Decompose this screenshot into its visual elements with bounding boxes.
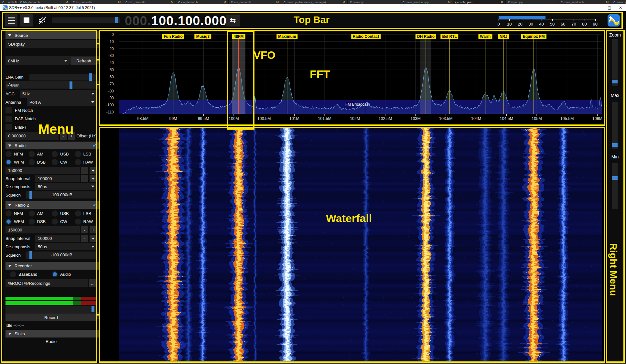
radio-section-header[interactable]: Radio ✔ [5,142,99,149]
r2-squelch-slider[interactable]: -100.000dB [26,252,97,259]
snap-plus-button[interactable]: + [90,175,97,182]
editor-tab-core-cpp[interactable]: Ccore.cpp [348,0,400,4]
max-slider-handle[interactable] [612,143,618,147]
mute-button[interactable] [36,14,49,27]
editor-tab-fm-demod-h[interactable]: Cfm_demod.hM [70,0,123,4]
editor-tab-am-demod-h[interactable]: Cam_demod.hM [229,0,281,4]
r2-mode-lsb[interactable]: LSB [75,210,97,217]
radio-enabled-check[interactable]: ✔ [92,143,97,148]
r2-snap-input[interactable]: 100000 [35,235,80,242]
menu-toggle-button[interactable] [5,14,17,27]
station-label-dh-radio[interactable]: DH Radio [416,34,436,39]
r2-mode-usb[interactable]: USB [52,210,74,217]
squelch-slider[interactable]: -100.000dB [26,191,97,198]
station-label-bel-rtl[interactable]: Bel RTL [440,34,458,39]
zoom-slider[interactable] [612,39,618,86]
recordings-path-input[interactable]: %ROOT%/Recordings [5,279,88,287]
r2-mode-wfm[interactable]: WFM [5,219,27,225]
bw-minus-button[interactable]: - [81,167,88,174]
station-label-nrj[interactable]: NRJ [498,34,509,39]
snap-minus-button[interactable]: - [81,175,88,182]
refresh-button[interactable]: Refresh [71,57,97,65]
if-gain-slider[interactable] [29,82,97,89]
editor-tab-style-cpp[interactable]: Cstyle.cpp [506,0,558,4]
editor-tab-main-window-h[interactable]: Cmain_window.hM [558,0,611,4]
frequency-display[interactable]: 000.100.100.000 [125,14,227,28]
zoom-slider-handle[interactable] [612,80,618,83]
station-label-maximum[interactable]: Maximum [276,34,297,39]
mode-lsb[interactable]: LSB [75,151,97,157]
station-label-musiq3[interactable]: Musiq3 [195,34,211,39]
vfo2-band[interactable] [420,35,431,114]
radio2-enabled-check[interactable]: ✔ [92,202,97,208]
lna-gain-handle[interactable] [89,73,92,81]
r2-mode-dsb[interactable]: DSB [29,219,51,225]
offset-plus-button[interactable]: + [68,132,75,140]
station-label-equinox-fm[interactable]: Equinox FM [521,34,546,39]
fm-notch-checkbox[interactable] [5,107,12,113]
record-button[interactable]: Record [5,314,97,321]
bandwidth-dropdown[interactable]: 8MHz [5,57,70,65]
snap-input[interactable]: 100000 [35,175,80,182]
mode-raw[interactable]: RAW [75,159,97,165]
fft-plot[interactable] [100,30,605,126]
station-label-fun-radio[interactable]: Fun Radio [162,34,184,39]
recorder-volume-slider[interactable] [5,306,97,312]
min-slider[interactable] [612,163,618,209]
swap-vfo-button[interactable]: ⇆ [226,15,240,27]
antenna-dropdown[interactable]: Port A [27,98,97,106]
browse-button[interactable]: ... [89,279,97,287]
editor-tab-main-window-cpp[interactable]: Cmain_window.cppM [400,0,453,4]
sdrpp-logo-button[interactable] [607,14,620,27]
source-section-header[interactable]: Source [5,31,99,39]
mode-cw[interactable]: CW [52,159,74,165]
bias-t-checkbox[interactable] [5,124,12,130]
r2-bw-minus-button[interactable]: - [81,226,88,233]
r2-snap-minus-button[interactable]: - [81,235,88,242]
editor-tab-cw-demod-h[interactable]: Ccw_demod.hM [176,0,229,4]
bw-plus-button[interactable]: + [90,167,97,174]
r2-mode-raw[interactable]: RAW [75,219,97,225]
dab-notch-checkbox[interactable] [5,116,12,122]
editor-tab-dsb-demod-h[interactable]: Cdsb_demod.hM [123,0,176,4]
r2-deemphasis-dropdown[interactable]: 50µs [35,243,97,250]
volume-slider-handle[interactable] [115,17,118,23]
volume-slider[interactable] [52,17,120,23]
minimize-button[interactable]: – [593,4,604,11]
editor-tab-config-json[interactable]: {}config.json✕ [453,0,506,4]
r2-mode-nfm[interactable]: NFM [5,210,27,217]
mode-am[interactable]: AM [29,151,51,157]
sinks-section-header[interactable]: Sinks [5,330,99,337]
editor-tab-main-cpp-frequency-manager-[interactable]: Cmain.cpp frequency_manager(…M [281,0,348,4]
r2-bw-plus-button[interactable]: + [90,226,97,233]
recorder-volume-handle[interactable] [92,306,94,312]
tab-close-icon[interactable]: ✕ [501,1,503,4]
mode-dsb[interactable]: DSB [29,159,51,165]
deemphasis-dropdown[interactable]: 50µs [35,183,97,190]
max-slider[interactable] [612,102,618,149]
mode-wfm[interactable]: WFM [5,159,27,165]
r2-mode-am[interactable]: AM [29,210,51,217]
agc-dropdown[interactable]: 5Hz [20,90,97,98]
station-label-warm[interactable]: Warm [478,34,492,39]
r2-bandwidth-input[interactable]: 150000 [5,226,80,233]
if-gain-handle[interactable] [70,81,72,89]
editor-tab-main-cpp-radio-[interactable]: Cmain.cpp radio(…M [611,0,626,4]
mode-usb[interactable]: USB [52,151,74,157]
editor-tab-lsb-demod-h[interactable]: Clsb_demod.hM [18,0,70,4]
offset-minus-button[interactable]: - [60,132,67,140]
r2-mode-cw[interactable]: CW [52,219,74,225]
fft-scale-slider[interactable]: 0102030405060708090 [498,15,598,28]
radio2-section-header[interactable]: Radio 2 ✔ [5,201,99,209]
recorder-baseband-option[interactable]: Baseband [10,271,50,277]
r2-snap-plus-button[interactable]: + [90,235,97,242]
lna-gain-slider[interactable] [29,74,97,80]
recorder-section-header[interactable]: Recorder [5,262,99,270]
stop-button[interactable] [20,14,33,27]
mode-nfm[interactable]: NFM [5,151,27,157]
radio-bandwidth-input[interactable]: 150000 [5,167,80,174]
waterfall[interactable] [119,128,602,361]
source-driver-dropdown[interactable]: SDRplay [5,40,102,48]
close-button[interactable]: ✕ [615,4,626,11]
recorder-audio-option[interactable]: Audio [52,271,92,277]
